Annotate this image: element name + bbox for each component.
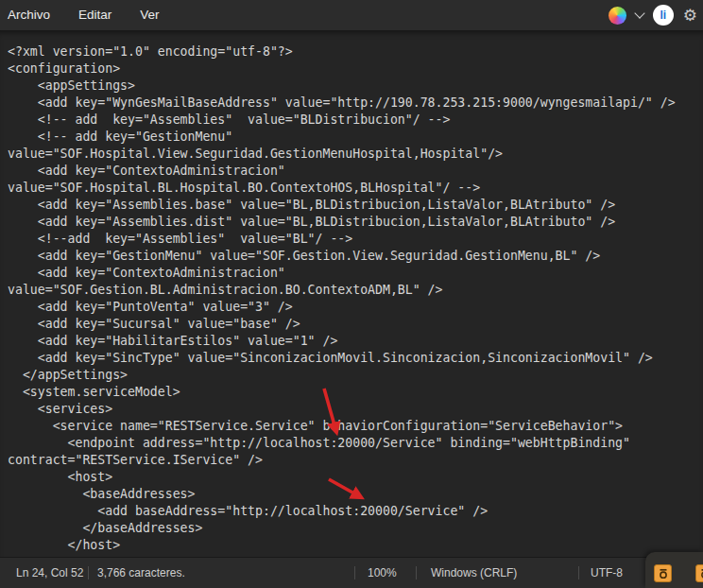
- code-line: <add baseAddress="http://localhost:20000…: [8, 503, 701, 520]
- character-count: 3,766 caracteres.: [97, 558, 185, 587]
- code-line: <add key="PuntoVenta" value="3" />: [8, 299, 701, 316]
- code-line: </appSettings>: [8, 367, 701, 384]
- code-line: contract="RESTService.IService" />: [8, 452, 701, 469]
- menu-editar[interactable]: Editar: [78, 0, 111, 30]
- tray-app-icon[interactable]: [654, 564, 672, 582]
- code-line: <add key="Assemblies.dist" value="BL,BLD…: [8, 214, 701, 231]
- code-line: <host>: [8, 469, 701, 486]
- titlebar-actions: li ⚙: [609, 5, 703, 26]
- encoding[interactable]: UTF-8: [591, 558, 623, 587]
- chevron-down-icon[interactable]: [634, 8, 644, 18]
- editor-content[interactable]: <?xml version="1.0" encoding="utf-8"?><c…: [0, 30, 703, 554]
- cursor-position: Ln 24, Col 52: [16, 558, 83, 587]
- status-separator: [88, 566, 89, 579]
- code-line: <add key="HabilitarEstilos" value="1" />: [8, 333, 701, 350]
- menu-ver[interactable]: Ver: [140, 0, 159, 30]
- code-line: <add key="ContextoAdministracion": [8, 163, 701, 180]
- extension-badge-icon[interactable]: li: [653, 5, 674, 26]
- status-separator: [578, 566, 579, 579]
- code-line: <add key="GestionMenu" value="SOF.Gestio…: [8, 248, 701, 265]
- menus: Archivo Editar Ver: [8, 0, 160, 30]
- code-line: <baseAddresses>: [8, 486, 701, 503]
- code-line: <add key="WynGesMailBaseAddress" value="…: [8, 95, 701, 112]
- code-line: value="SOF.Hospital.View.Seguridad.Gesti…: [8, 146, 701, 163]
- code-line: <add key="Sucursal" value="base" />: [8, 316, 701, 333]
- code-line: <add key="SincType" value="Sinconizacion…: [8, 350, 701, 367]
- tray-app-icon[interactable]: [695, 564, 703, 582]
- code-line: <add key="ContextoAdministracion": [8, 265, 701, 282]
- status-separator: [416, 566, 417, 579]
- code-line: <appSettings>: [8, 78, 701, 95]
- circle-bar-icon: [658, 568, 669, 579]
- tray-overlay-panel: [645, 552, 703, 588]
- code-line: <system.serviceModel>: [8, 384, 701, 401]
- code-line: value="SOF.Hospital.BL.Hospital.BO.Conte…: [8, 180, 701, 197]
- code-line: <!-- add key="Assemblies" value="BLDistr…: [8, 112, 701, 129]
- code-line: <configuration>: [8, 61, 701, 78]
- code-line: <service name="RESTService.Service" beha…: [8, 418, 701, 435]
- code-line: <!--add key="Assemblies" value="BL"/ -->: [8, 231, 701, 248]
- code-line: </host>: [8, 537, 701, 554]
- editor-area[interactable]: <?xml version="1.0" encoding="utf-8"?><c…: [0, 30, 703, 558]
- code-line: <add key="Assemblies.base" value="BL,BLD…: [8, 197, 701, 214]
- menu-archivo[interactable]: Archivo: [8, 0, 50, 30]
- status-bar: Ln 24, Col 52 3,766 caracteres. 100% Win…: [0, 557, 703, 588]
- circle-bar-icon: [699, 568, 703, 579]
- code-line: <endpoint address="http://localhost:2000…: [8, 435, 701, 452]
- code-line: <!-- add key="GestionMenu": [8, 129, 701, 146]
- zoom-level[interactable]: 100%: [368, 558, 397, 587]
- code-line: </baseAddresses>: [8, 520, 701, 537]
- code-line: <?xml version="1.0" encoding="utf-8"?>: [8, 43, 701, 61]
- menu-bar: Archivo Editar Ver li ⚙: [0, 0, 703, 30]
- status-separator: [354, 566, 355, 579]
- notepad-window: Archivo Editar Ver li ⚙ <?xml version="1…: [0, 0, 703, 588]
- code-line: <services>: [8, 401, 701, 418]
- line-ending[interactable]: Windows (CRLF): [431, 558, 517, 587]
- code-line: value="SOF.Gestion.BL.Administracion.BO.…: [8, 282, 701, 299]
- gear-icon[interactable]: ⚙: [683, 8, 697, 24]
- copilot-icon[interactable]: [609, 7, 626, 25]
